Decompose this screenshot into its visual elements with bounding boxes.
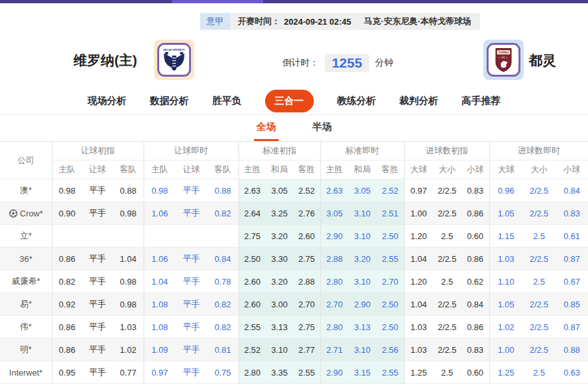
- odds-cell-handicap-live-1[interactable]: 平手: [175, 293, 207, 316]
- odds-cell-goals-live-1[interactable]: 2/2.5: [522, 248, 556, 270]
- odds-cell-1x2-live-0[interactable]: 2.70: [320, 293, 348, 316]
- odds-cell-1x2-live-1[interactable]: 3.13: [348, 316, 376, 339]
- odds-cell-1x2-live-1[interactable]: 3.10: [348, 339, 376, 361]
- subtab-full-match[interactable]: 全场: [254, 116, 279, 141]
- odds-cell-handicap-live-0[interactable]: [144, 225, 175, 248]
- odds-cell-handicap-live-2[interactable]: 0.88: [207, 179, 238, 202]
- odds-cell-1x2-live-0[interactable]: 2.90: [320, 225, 348, 248]
- tab-win-draw-lose[interactable]: 胜平负: [212, 95, 242, 107]
- company-cell[interactable]: 伟*: [0, 316, 52, 339]
- odds-cell-goals-live-0[interactable]: 1.10: [489, 270, 522, 293]
- company-cell[interactable]: 明*: [0, 339, 52, 361]
- odds-cell-goals-live-2[interactable]: 0.61: [556, 225, 588, 248]
- odds-cell-handicap-live-1[interactable]: 平手: [175, 248, 207, 270]
- tab-expert-picks[interactable]: 高手推荐: [462, 95, 501, 107]
- odds-cell-1x2-live-1[interactable]: 3.05: [348, 179, 376, 202]
- odds-cell-handicap-live-2[interactable]: 0.82: [207, 293, 238, 316]
- odds-cell-goals-live-2[interactable]: 0.87: [556, 316, 588, 339]
- tab-referee-analysis[interactable]: 裁判分析: [400, 95, 439, 107]
- odds-cell-1x2-live-1[interactable]: 3.20: [348, 248, 376, 270]
- odds-cell-goals-live-1[interactable]: 2/2.5: [522, 179, 556, 202]
- odds-cell-goals-live-0[interactable]: 0.96: [489, 179, 522, 202]
- odds-cell-goals-live-2[interactable]: 0.67: [556, 270, 588, 293]
- odds-cell-handicap-live-0[interactable]: 1.08: [144, 316, 175, 339]
- odds-cell-1x2-live-1[interactable]: 2.90: [348, 293, 376, 316]
- odds-cell-1x2-live-1[interactable]: 3.10: [348, 202, 376, 225]
- tab-data-analysis[interactable]: 数据分析: [150, 95, 189, 107]
- odds-cell-1x2-live-2[interactable]: 2.50: [376, 293, 404, 316]
- odds-cell-goals-live-1[interactable]: 2/2.5: [522, 339, 556, 361]
- odds-cell-goals-live-0[interactable]: 1.05: [489, 293, 522, 316]
- odds-cell-handicap-live-2[interactable]: 0.81: [207, 339, 238, 361]
- odds-cell-goals-live-2[interactable]: 0.87: [556, 248, 588, 270]
- odds-cell-goals-live-2[interactable]: 0.88: [556, 339, 588, 361]
- company-cell[interactable]: Crow*: [0, 202, 52, 225]
- odds-cell-handicap-live-1[interactable]: 平手: [175, 202, 207, 225]
- tab-coach-analysis[interactable]: 教练分析: [337, 95, 376, 107]
- subtab-half-match[interactable]: 半场: [310, 116, 335, 141]
- odds-cell-handicap-live-1[interactable]: 平手: [175, 316, 207, 339]
- odds-cell-goals-live-1[interactable]: 2/2.5: [522, 293, 556, 316]
- company-cell[interactable]: 易*: [0, 293, 52, 316]
- odds-cell-handicap-live-0[interactable]: 0.97: [144, 361, 175, 384]
- odds-cell-1x2-live-0[interactable]: 3.05: [320, 202, 348, 225]
- odds-cell-goals-live-0[interactable]: 1.02: [489, 316, 522, 339]
- odds-cell-1x2-live-2[interactable]: 2.55: [376, 248, 404, 270]
- odds-cell-1x2-live-1[interactable]: 3.15: [348, 361, 376, 384]
- odds-cell-1x2-live-0[interactable]: 2.80: [320, 316, 348, 339]
- odds-cell-handicap-live-2[interactable]: 0.78: [207, 270, 238, 293]
- odds-cell-handicap-live-1[interactable]: 平手: [175, 361, 207, 384]
- odds-cell-1x2-live-2[interactable]: 2.50: [376, 316, 404, 339]
- odds-cell-goals-live-2[interactable]: 0.85: [556, 293, 588, 316]
- odds-cell-handicap-live-2[interactable]: [207, 225, 238, 248]
- odds-cell-handicap-live-0[interactable]: 1.09: [144, 339, 175, 361]
- odds-cell-goals-live-0[interactable]: 1.00: [489, 339, 522, 361]
- company-cell[interactable]: 立*: [0, 225, 52, 248]
- odds-cell-goals-live-1[interactable]: 2.5: [522, 361, 556, 384]
- odds-cell-1x2-live-2[interactable]: 2.55: [376, 361, 404, 384]
- odds-cell-1x2-live-1[interactable]: 3.10: [348, 225, 376, 248]
- odds-cell-goals-live-1[interactable]: 2.5: [522, 225, 556, 248]
- odds-cell-handicap-live-1[interactable]: [175, 225, 207, 248]
- company-cell[interactable]: 澳*: [0, 179, 52, 202]
- odds-cell-goals-live-0[interactable]: 1.25: [489, 361, 522, 384]
- odds-cell-1x2-live-2[interactable]: 2.70: [376, 270, 404, 293]
- odds-cell-handicap-live-2[interactable]: 0.82: [207, 202, 238, 225]
- odds-cell-1x2-live-0[interactable]: 2.80: [320, 270, 348, 293]
- odds-cell-1x2-live-0[interactable]: 2.88: [320, 248, 348, 270]
- odds-cell-1x2-live-2[interactable]: 2.50: [376, 225, 404, 248]
- odds-cell-goals-live-0[interactable]: 1.15: [489, 225, 522, 248]
- odds-cell-handicap-live-2[interactable]: 0.82: [207, 316, 238, 339]
- company-cell[interactable]: Interwet*: [0, 361, 52, 384]
- odds-cell-goals-live-2[interactable]: 0.63: [556, 361, 588, 384]
- odds-cell-goals-live-0[interactable]: 1.03: [489, 248, 522, 270]
- odds-cell-handicap-live-1[interactable]: 平手: [175, 270, 207, 293]
- company-cell[interactable]: 36*: [0, 248, 52, 270]
- odds-cell-goals-live-0[interactable]: 1.05: [489, 202, 522, 225]
- odds-cell-handicap-live-2[interactable]: 0.75: [207, 361, 238, 384]
- odds-cell-handicap-live-0[interactable]: 1.06: [144, 248, 175, 270]
- odds-cell-1x2-live-0[interactable]: 2.63: [320, 179, 348, 202]
- odds-cell-1x2-live-1[interactable]: 3.10: [348, 270, 376, 293]
- odds-cell-1x2-live-0[interactable]: 2.71: [320, 339, 348, 361]
- odds-cell-goals-live-2[interactable]: 0.83: [556, 202, 588, 225]
- tab-live-analysis[interactable]: 现场分析: [88, 95, 127, 107]
- odds-cell-goals-live-1[interactable]: 2.5: [522, 270, 556, 293]
- odds-cell-handicap-live-0[interactable]: 0.98: [144, 179, 175, 202]
- league-badge[interactable]: 意甲: [200, 13, 230, 30]
- odds-cell-handicap-live-2[interactable]: 0.84: [207, 248, 238, 270]
- tab-three-in-one[interactable]: 三合一: [265, 90, 314, 112]
- odds-cell-goals-live-1[interactable]: 2/2.5: [522, 316, 556, 339]
- odds-cell-goals-live-2[interactable]: 0.84: [556, 179, 588, 202]
- odds-cell-handicap-live-0[interactable]: 1.04: [144, 270, 175, 293]
- odds-cell-handicap-live-0[interactable]: 1.08: [144, 293, 175, 316]
- odds-cell-goals-live-1[interactable]: 2/2.5: [522, 202, 556, 225]
- odds-cell-handicap-live-0[interactable]: 1.06: [144, 202, 175, 225]
- odds-cell-1x2-live-0[interactable]: 2.90: [320, 361, 348, 384]
- odds-cell-handicap-live-1[interactable]: 平手: [175, 179, 207, 202]
- odds-cell-1x2-live-2[interactable]: 2.56: [376, 339, 404, 361]
- odds-cell-1x2-live-2[interactable]: 2.52: [376, 179, 404, 202]
- odds-cell-1x2-live-2[interactable]: 2.51: [376, 202, 404, 225]
- odds-cell-handicap-live-1[interactable]: 平手: [175, 339, 207, 361]
- company-cell[interactable]: 威廉希*: [0, 270, 52, 293]
